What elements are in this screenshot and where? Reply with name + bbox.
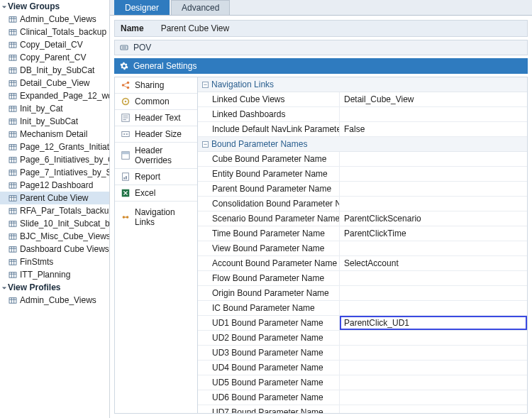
property-value[interactable]: False xyxy=(340,122,527,136)
pov-bar[interactable]: POV xyxy=(114,40,528,55)
tree-group[interactable]: View Profiles xyxy=(0,281,109,294)
tree-item[interactable]: Mechanism Detail xyxy=(0,128,109,141)
section-list: SharingCommonHeader TextHeader SizeHeade… xyxy=(114,77,198,414)
property-key: Time Bound Parameter Name xyxy=(198,226,340,241)
tree-item[interactable]: Page_6_Initiatives_by_Categ xyxy=(0,153,109,166)
tree-item[interactable]: Parent Cube View xyxy=(0,192,109,204)
property-value[interactable] xyxy=(340,361,527,375)
property-value[interactable]: ParentClickScenario xyxy=(340,211,527,226)
property-value[interactable] xyxy=(340,286,527,300)
general-bar[interactable]: General Settings xyxy=(114,58,528,74)
property-value[interactable] xyxy=(340,301,527,315)
tree-item[interactable]: Init_by_SubCat xyxy=(0,115,109,128)
section-list-item[interactable]: Report xyxy=(115,169,197,185)
property-value[interactable] xyxy=(340,346,527,360)
svg-rect-76 xyxy=(9,260,16,265)
property-value[interactable] xyxy=(340,167,527,181)
property-key: Cube Bound Parameter Name xyxy=(198,152,340,166)
property-value[interactable] xyxy=(340,197,527,211)
section-list-label: Sharing xyxy=(135,80,164,90)
section-list-item[interactable]: Navigation Links xyxy=(115,204,197,230)
tree-item-text: Slide_10_Init_Subcat_by_Me xyxy=(20,219,109,229)
tree-item[interactable]: Page_12_Grants_Initiatives_ xyxy=(0,141,109,153)
tree-item-text: Detail_Cube_View xyxy=(20,78,90,88)
cube-icon xyxy=(9,271,17,278)
svg-rect-80 xyxy=(9,273,16,278)
tree-item[interactable]: Page_7_Intiatives_by_SubCa xyxy=(0,166,109,179)
svg-point-110 xyxy=(126,216,129,219)
tree-item[interactable]: Page12 Dashboard xyxy=(0,179,109,192)
property-grid: −Navigation LinksLinked Cube ViewsDetail… xyxy=(198,77,528,414)
section-list-item[interactable]: Header Overrides xyxy=(115,143,197,169)
svg-rect-107 xyxy=(126,176,127,179)
svg-rect-24 xyxy=(9,94,16,99)
tree-item[interactable]: Clinical_Totals_backup xyxy=(0,26,109,38)
property-row: View Bound Parameter Name xyxy=(198,241,527,256)
tree-item[interactable]: Detail_Cube_View xyxy=(0,77,109,89)
svg-point-109 xyxy=(123,216,126,219)
property-value[interactable] xyxy=(340,271,527,285)
tree-item[interactable]: Dashboard Cube Views xyxy=(0,243,109,255)
tab-advanced[interactable]: Advanced xyxy=(171,0,230,15)
property-key: UD1 Bound Parameter Name xyxy=(198,316,340,330)
general-label: General Settings xyxy=(133,61,196,71)
property-value[interactable] xyxy=(340,405,527,414)
property-value[interactable] xyxy=(340,152,527,166)
navlink-icon xyxy=(121,212,131,222)
section-list-item[interactable]: Excel xyxy=(115,185,197,202)
tree-item[interactable]: Init_by_Cat xyxy=(0,102,109,115)
name-label: Name xyxy=(115,23,150,33)
property-value[interactable] xyxy=(340,375,527,390)
property-key: Consolidation Bound Parameter Name xyxy=(198,197,340,211)
tree-item[interactable]: ITT_Planning xyxy=(0,268,109,281)
tree-item-text: Admin_Cube_Views xyxy=(20,14,96,24)
tab-strip: Designer Advanced xyxy=(110,0,532,16)
cube-icon xyxy=(9,169,17,176)
svg-line-95 xyxy=(124,86,127,87)
tree-item[interactable]: BJC_Misc_Cube_Views xyxy=(0,230,109,243)
pov-icon xyxy=(119,43,129,53)
property-value[interactable]: ParentClickTime xyxy=(340,226,527,241)
svg-rect-20 xyxy=(9,81,16,87)
cube-icon xyxy=(9,92,17,99)
svg-rect-12 xyxy=(9,55,16,61)
tree-item[interactable]: Expanded_Page_12_working xyxy=(0,89,109,102)
property-value[interactable]: SelectAccount xyxy=(340,256,527,270)
tree-item[interactable]: FinStmts xyxy=(0,255,109,268)
tree-item[interactable]: Admin_Cube_Views xyxy=(0,13,109,26)
section-list-item[interactable]: Sharing xyxy=(115,77,197,94)
property-value[interactable]: ParentClick_UD1 xyxy=(340,316,527,330)
section-list-label: Excel xyxy=(135,188,155,198)
property-value[interactable] xyxy=(340,331,527,345)
tree-item-text: Clinical_Totals_backup xyxy=(20,27,106,37)
property-section-header[interactable]: −Bound Parameter Names xyxy=(198,137,527,152)
tree-group[interactable]: View Groups xyxy=(0,0,109,13)
name-value[interactable]: Parent Cube View xyxy=(157,23,234,33)
property-section-header[interactable]: −Navigation Links xyxy=(198,77,527,92)
tree-item[interactable]: Copy_Parent_CV xyxy=(0,51,109,64)
tree-item[interactable]: Copy_Detail_CV xyxy=(0,38,109,51)
tree-item-text: DB_Init_by_SubCat xyxy=(20,65,94,75)
section-list-item[interactable]: Header Text xyxy=(115,110,197,126)
section-list-item[interactable]: Header Size xyxy=(115,126,197,143)
tree-item[interactable]: Admin_Cube_Views xyxy=(0,294,109,307)
property-key: IC Bound Parameter Name xyxy=(198,301,340,315)
section-list-item[interactable]: Common xyxy=(115,94,197,110)
cube-icon xyxy=(9,297,17,304)
property-value[interactable] xyxy=(340,107,527,121)
work-area: SharingCommonHeader TextHeader SizeHeade… xyxy=(114,77,528,414)
tree-item[interactable]: DB_Init_by_SubCat xyxy=(0,64,109,77)
property-value[interactable] xyxy=(340,390,527,405)
property-value[interactable]: Detail_Cube_View xyxy=(340,92,527,106)
cube-icon xyxy=(9,182,17,189)
property-key: Linked Cube Views xyxy=(198,92,340,106)
property-value[interactable] xyxy=(340,182,527,196)
pov-label: POV xyxy=(133,43,151,53)
property-key: Linked Dashboards xyxy=(198,107,340,121)
tab-designer[interactable]: Designer xyxy=(114,0,170,15)
tree-item[interactable]: Slide_10_Init_Subcat_by_Me xyxy=(0,217,109,230)
svg-rect-36 xyxy=(9,132,16,138)
property-value[interactable] xyxy=(340,241,527,255)
tree-item[interactable]: RFA_Par_Totals_backup xyxy=(0,204,109,217)
cube-icon xyxy=(9,207,17,214)
